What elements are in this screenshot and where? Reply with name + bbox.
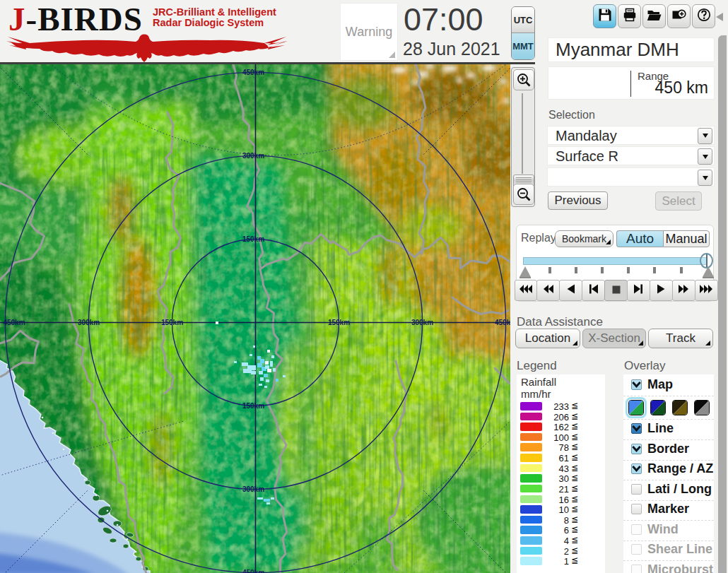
checkbox-checked[interactable] [631,463,642,474]
legend-value: 233 [538,401,569,412]
slider-tick [627,267,630,273]
help-icon-svg [697,8,711,22]
help-button[interactable] [692,4,715,28]
save-button[interactable] [593,4,616,28]
play-reverse-icon [566,283,575,297]
bookmark-button[interactable]: Bookmark [555,230,613,247]
legend-row: 1≦ [517,557,605,565]
legend-value: 100 [538,432,569,443]
legend-value: 4 [538,536,569,546]
legend-label: Legend [517,359,557,373]
legend-title: Rainfall [521,376,556,388]
legend-row: 30≦ [517,474,605,483]
zoom-in-button[interactable] [513,69,534,90]
zoom-out-button[interactable] [513,184,534,205]
replay-slider-track[interactable] [523,257,708,265]
fast-rewind-3-button[interactable] [515,280,538,301]
svg-text:450km: 450km [242,569,264,573]
checkbox-checked[interactable] [631,444,642,454]
overlay-item-microburst[interactable]: Microburst [623,561,714,573]
overlay-item-marker[interactable]: Marker [623,500,714,521]
overlay-item-line[interactable]: Line [623,420,714,440]
fast-forward-3-icon-svg [698,283,714,295]
slider-tick [680,267,683,273]
overlay-item-map[interactable]: Map [623,376,714,396]
overlay-item-shear-line[interactable]: Shear Line [623,540,714,561]
step-forward-button[interactable] [627,280,650,301]
overlay-item-label: Range / AZ [647,461,713,476]
floppy-icon-svg [598,8,612,22]
x-section-button[interactable]: X-Section [582,329,646,348]
svg-text:150km: 150km [161,319,183,326]
overlay-item-range-az[interactable]: Range / AZ [623,460,714,480]
track-button[interactable]: Track [648,329,713,348]
dropdown-extra[interactable] [547,167,715,187]
checkbox-checked[interactable] [631,379,642,390]
checkbox-disabled[interactable] [631,544,642,555]
legend-panel: Rainfall mm/hr 233≦206≦162≦100≦78≦61≦43≦… [517,374,605,573]
overlay-item-lati-long[interactable]: Lati / Long [623,480,714,501]
print-button[interactable] [618,4,641,28]
dropdown-arrow-button[interactable] [698,170,712,186]
slider-tick [575,267,577,273]
stop-icon [612,284,621,297]
location-button[interactable]: Location [515,329,580,348]
corner-triangle-icon [638,341,643,345]
checkbox-disabled[interactable] [631,565,642,573]
dropdown-site[interactable]: Mandalay [547,126,715,145]
chevron-down-icon [703,134,708,138]
panel-edge-bar[interactable] [718,35,727,573]
fast-rewind-2-button[interactable] [536,280,560,301]
manual-button[interactable]: Manual [663,230,710,247]
snapshot-button[interactable] [667,4,691,28]
legend-row: 61≦ [517,454,605,462]
dropdown-arrow-button[interactable] [698,148,712,165]
resize-handle-icon[interactable] [389,52,395,58]
play-reverse-button[interactable] [559,280,582,301]
map-style-3[interactable] [672,400,688,415]
map-style-4[interactable] [694,400,710,415]
tagline-line2: Radar Dialogic System [153,18,287,28]
legend-value: 61 [538,453,569,463]
svg-text:150km: 150km [242,402,264,410]
warning-panel[interactable]: Warning [340,3,398,61]
map-style-2[interactable] [650,400,666,415]
clock-time: 07:00 [404,1,510,38]
checkbox-unchecked[interactable] [631,504,642,514]
overlay-item-border[interactable]: Border [623,440,714,461]
select-button[interactable]: Select [655,191,702,211]
open-button[interactable] [642,4,666,28]
fast-forward-3-button[interactable] [695,280,718,301]
auto-button[interactable]: Auto [616,230,663,247]
legend-value: 21 [538,484,569,495]
corner-triangle-icon [606,240,611,244]
checkbox-unchecked[interactable] [631,484,642,495]
slider-end-marker-icon[interactable] [703,266,714,277]
map-style-1-selected[interactable] [628,400,644,415]
range-divider [630,71,631,97]
zoom-slider-track[interactable] [522,93,523,174]
play-button[interactable] [650,280,673,301]
legend-le-symbol: ≦ [571,504,578,514]
radar-map[interactable]: 450km300km150km150km300km450km450km300km… [0,64,510,573]
fast-forward-3-icon [698,283,714,297]
utc-button[interactable]: UTC [512,7,534,33]
step-back-button[interactable] [582,280,605,301]
mmt-button[interactable]: MMT [512,33,534,59]
stop-button[interactable] [604,280,628,301]
checkbox-disabled[interactable] [631,524,642,535]
collapse-panel-icon[interactable] [716,13,723,21]
slider-tick [653,267,656,273]
dropdown-product[interactable]: Surface R [547,146,715,165]
checkbox-checked[interactable] [631,423,642,434]
dropdown-arrow-button[interactable] [698,128,712,144]
fast-forward-2-button[interactable] [672,280,695,301]
map-style-swatches [623,396,714,420]
overlay-item-wind[interactable]: Wind [623,521,714,541]
legend-value: 10 [538,504,569,515]
svg-text:300km: 300km [411,319,433,326]
legend-le-symbol: ≦ [571,514,578,524]
previous-button[interactable]: Previous [548,191,608,210]
playback-buttons [515,280,718,301]
slider-start-marker-icon[interactable] [519,266,531,277]
